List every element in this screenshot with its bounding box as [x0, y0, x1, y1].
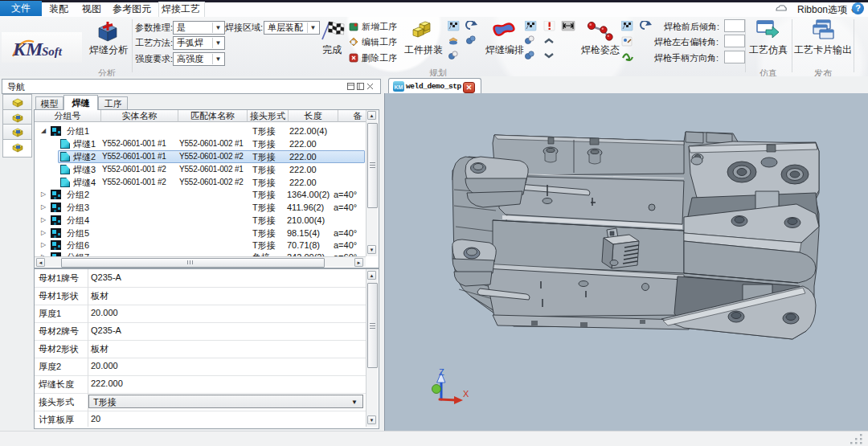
svg-text:X: X	[463, 389, 469, 399]
svg-text:KM: KM	[12, 39, 44, 59]
svg-text:Soft: Soft	[42, 45, 63, 58]
svg-text:Z: Z	[439, 367, 444, 377]
svg-text:KM: KM	[395, 84, 403, 90]
